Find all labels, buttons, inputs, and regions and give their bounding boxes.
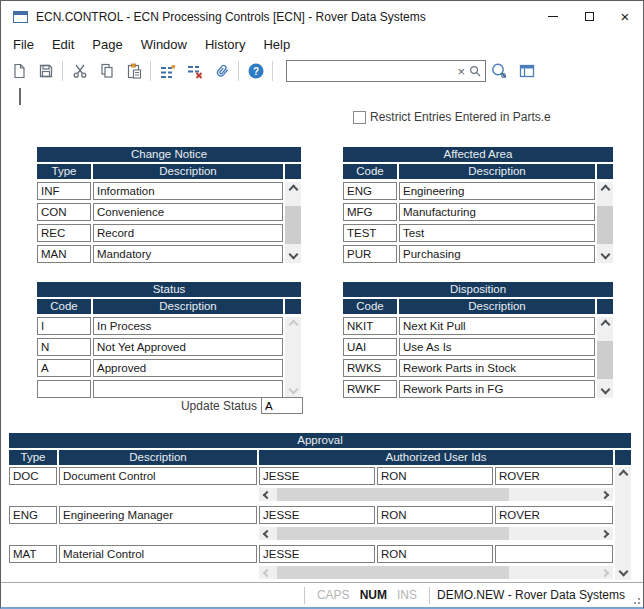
description-cell[interactable]: In Process: [93, 317, 283, 335]
delete-detail-line-button[interactable]: [181, 58, 208, 84]
menu-window[interactable]: Window: [132, 34, 196, 55]
horizontal-scrollbar[interactable]: [259, 566, 613, 579]
scrollbar-track[interactable]: [285, 331, 301, 384]
scroll-left-icon[interactable]: [259, 566, 275, 579]
code-cell[interactable]: UAI: [343, 338, 397, 356]
user-id-cell[interactable]: ROVER: [495, 506, 613, 524]
description-cell[interactable]: Mandatory: [93, 245, 283, 263]
paste-button[interactable]: [120, 58, 147, 84]
user-id-cell[interactable]: ROVER: [495, 467, 613, 485]
panel-layout-button[interactable]: [513, 58, 540, 84]
type-cell[interactable]: INF: [37, 182, 91, 200]
type-cell[interactable]: DOC: [9, 467, 57, 485]
code-cell[interactable]: N: [37, 338, 91, 356]
user-id-cell[interactable]: JESSE: [259, 545, 375, 563]
scroll-up-icon[interactable]: [285, 182, 301, 196]
scrollbar-track[interactable]: [275, 527, 597, 540]
vertical-scrollbar[interactable]: [285, 317, 301, 398]
scrollbar-thumb[interactable]: [277, 527, 509, 540]
type-cell[interactable]: ENG: [9, 506, 57, 524]
scroll-down-icon[interactable]: [597, 249, 613, 263]
vertical-scrollbar[interactable]: [285, 182, 301, 263]
code-cell[interactable]: MFG: [343, 203, 397, 221]
scroll-right-icon[interactable]: [597, 527, 613, 540]
user-id-cell[interactable]: RON: [377, 506, 493, 524]
scrollbar-track[interactable]: [597, 331, 613, 384]
new-document-button[interactable]: [5, 58, 32, 84]
scrollbar-thumb[interactable]: [597, 206, 613, 244]
scroll-down-icon[interactable]: [285, 249, 301, 263]
update-status-input[interactable]: [261, 397, 303, 414]
description-cell[interactable]: Not Yet Approved: [93, 338, 283, 356]
code-cell[interactable]: ENG: [343, 182, 397, 200]
type-cell[interactable]: MAT: [9, 545, 57, 563]
type-cell[interactable]: CON: [37, 203, 91, 221]
code-cell[interactable]: I: [37, 317, 91, 335]
description-cell[interactable]: Engineering: [399, 182, 595, 200]
maximize-button[interactable]: [571, 1, 607, 32]
scrollbar-thumb[interactable]: [597, 341, 613, 379]
description-cell[interactable]: Information: [93, 182, 283, 200]
user-id-cell[interactable]: JESSE: [259, 506, 375, 524]
description-cell[interactable]: Convenience: [93, 203, 283, 221]
user-id-cell[interactable]: [495, 545, 613, 563]
description-cell[interactable]: Next Kit Pull: [399, 317, 595, 335]
scroll-up-icon[interactable]: [615, 467, 631, 481]
insert-detail-line-button[interactable]: [154, 58, 181, 84]
vertical-scrollbar[interactable]: [597, 317, 613, 398]
restrict-entries-checkbox[interactable]: [353, 111, 366, 124]
type-cell[interactable]: REC: [37, 224, 91, 242]
scrollbar-track[interactable]: [597, 196, 613, 249]
vertical-scrollbar[interactable]: [615, 467, 631, 580]
code-cell[interactable]: TEST: [343, 224, 397, 242]
code-cell[interactable]: A: [37, 359, 91, 377]
search-input[interactable]: [287, 62, 454, 80]
scrollbar-track[interactable]: [275, 566, 597, 579]
scroll-down-icon[interactable]: [615, 566, 631, 580]
code-cell[interactable]: RWKS: [343, 359, 397, 377]
scrollbar-track[interactable]: [275, 488, 597, 501]
user-id-cell[interactable]: RON: [377, 545, 493, 563]
description-cell[interactable]: Document Control: [59, 467, 257, 485]
close-button[interactable]: ×: [607, 1, 643, 32]
description-cell[interactable]: [93, 380, 283, 398]
description-cell[interactable]: Rework Parts in Stock: [399, 359, 595, 377]
scrollbar-thumb[interactable]: [277, 566, 509, 579]
vertical-scrollbar[interactable]: [597, 182, 613, 263]
scrollbar-thumb[interactable]: [277, 488, 509, 501]
scroll-right-icon[interactable]: [597, 488, 613, 501]
search-clear-icon[interactable]: ×: [454, 65, 468, 78]
copy-button[interactable]: [93, 58, 120, 84]
menu-help[interactable]: Help: [254, 34, 299, 55]
user-id-cell[interactable]: RON: [377, 467, 493, 485]
find-preview-button[interactable]: [486, 58, 513, 84]
description-cell[interactable]: Rework Parts in FG: [399, 380, 595, 398]
description-cell[interactable]: Purchasing: [399, 245, 595, 263]
type-cell[interactable]: MAN: [37, 245, 91, 263]
description-cell[interactable]: Approved: [93, 359, 283, 377]
code-cell[interactable]: NKIT: [343, 317, 397, 335]
scroll-left-icon[interactable]: [259, 527, 275, 540]
description-cell[interactable]: Engineering Manager: [59, 506, 257, 524]
description-cell[interactable]: Use As Is: [399, 338, 595, 356]
cut-button[interactable]: [66, 58, 93, 84]
description-cell[interactable]: Record: [93, 224, 283, 242]
description-cell[interactable]: Manufacturing: [399, 203, 595, 221]
scroll-down-icon[interactable]: [597, 384, 613, 398]
help-button[interactable]: ?: [242, 58, 269, 84]
search-icon[interactable]: [468, 64, 482, 78]
scrollbar-track[interactable]: [285, 196, 301, 249]
resize-grip[interactable]: [630, 594, 640, 604]
horizontal-scrollbar[interactable]: [259, 488, 613, 501]
code-cell[interactable]: PUR: [343, 245, 397, 263]
menu-page[interactable]: Page: [83, 34, 131, 55]
menu-edit[interactable]: Edit: [43, 34, 83, 55]
description-cell[interactable]: Test: [399, 224, 595, 242]
horizontal-scrollbar[interactable]: [259, 527, 613, 540]
code-cell[interactable]: [37, 380, 91, 398]
scroll-up-icon[interactable]: [597, 182, 613, 196]
save-button[interactable]: [32, 58, 59, 84]
menu-history[interactable]: History: [196, 34, 254, 55]
scroll-down-icon[interactable]: [285, 384, 301, 398]
scroll-up-icon[interactable]: [597, 317, 613, 331]
